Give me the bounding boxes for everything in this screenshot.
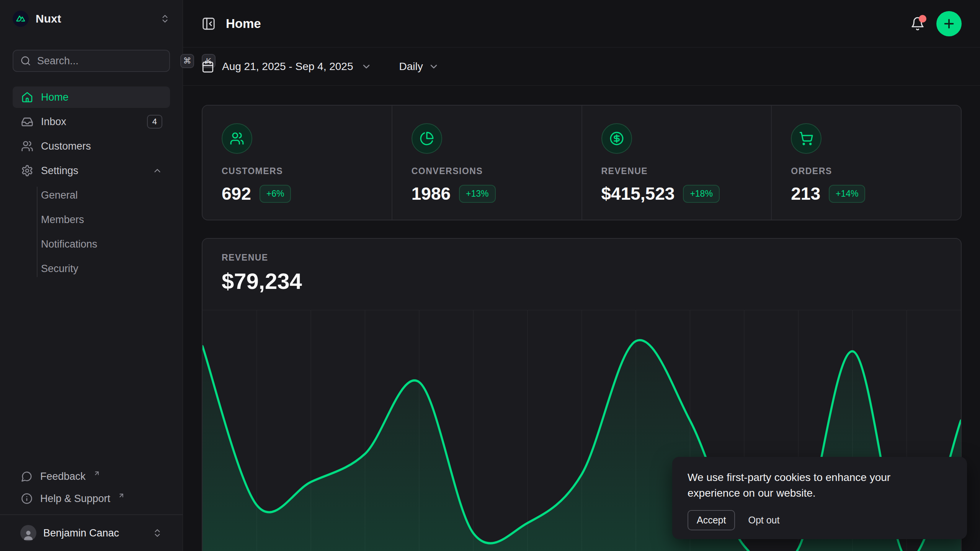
sidebar-item-notifications[interactable]: Notifications — [41, 233, 170, 255]
toolbar: Aug 21, 2025 - Sep 4, 2025 Daily — [183, 47, 980, 86]
sidebar-item-settings[interactable]: Settings — [13, 160, 170, 181]
stat-orders[interactable]: ORDERS 213 +14% — [771, 106, 961, 220]
revenue-label: REVENUE — [222, 253, 961, 263]
stat-revenue[interactable]: REVENUE $415,523 +18% — [581, 106, 771, 220]
circle-dollar-icon — [601, 123, 632, 154]
sidebar-item-label: Settings — [41, 165, 78, 177]
revenue-total: $79,234 — [222, 268, 961, 294]
chevron-down-icon — [428, 61, 439, 72]
stat-label: CUSTOMERS — [222, 166, 392, 176]
chevron-up-icon — [152, 166, 162, 176]
help-support-link[interactable]: Help & Support — [13, 487, 170, 510]
sidebar-spacer — [13, 279, 170, 465]
delta-badge: +14% — [829, 185, 865, 203]
stat-label: CONVERSIONS — [412, 166, 581, 176]
search-field[interactable] — [37, 55, 173, 67]
brand-name: Nuxt — [36, 12, 61, 25]
chevrons-up-down-icon — [152, 528, 162, 538]
avatar — [20, 525, 36, 541]
sidebar-item-customers[interactable]: Customers — [13, 135, 170, 157]
gear-icon — [21, 165, 33, 177]
sidebar-item-label: Customers — [41, 140, 91, 152]
message-bubble-icon — [21, 471, 33, 482]
external-link-icon — [118, 492, 125, 499]
users-icon — [21, 140, 33, 152]
top-navbar: Home — [183, 0, 980, 47]
sidebar-item-label: Home — [41, 91, 69, 103]
delta-badge: +13% — [459, 185, 495, 203]
stat-label: ORDERS — [791, 166, 961, 176]
search-input[interactable]: ⌘ K — [13, 50, 170, 72]
sidebar-nav: Home Inbox 4 Customers Settings — [13, 86, 170, 279]
cookie-message: We use first-party cookies to enhance yo… — [688, 470, 917, 501]
stat-value: 213 — [791, 183, 820, 204]
add-button[interactable] — [936, 11, 962, 36]
date-range-label: Aug 21, 2025 - Sep 4, 2025 — [222, 60, 353, 73]
settings-sub-list: General Members Notifications Security — [13, 184, 170, 279]
sidebar-item-label: Inbox — [41, 116, 66, 128]
stat-value: 1986 — [412, 183, 451, 204]
search-icon — [20, 55, 31, 66]
pie-chart-icon — [412, 123, 442, 154]
date-range-picker[interactable]: Aug 21, 2025 - Sep 4, 2025 — [201, 60, 372, 73]
app-window: Nuxt ⌘ K Home Inb — [0, 0, 980, 551]
calendar-icon — [201, 60, 214, 73]
external-link-icon — [93, 470, 100, 477]
period-label: Daily — [399, 60, 423, 73]
feedback-label: Feedback — [40, 471, 86, 483]
inbox-icon — [21, 116, 33, 128]
sidebar-item-general[interactable]: General — [41, 184, 170, 206]
sidebar-item-members[interactable]: Members — [41, 209, 170, 230]
unread-dot — [919, 15, 926, 23]
sidebar-item-home[interactable]: Home — [13, 86, 170, 108]
collapse-sidebar-icon[interactable] — [201, 16, 216, 31]
sidebar-item-inbox[interactable]: Inbox 4 — [13, 111, 170, 132]
sidebar: Nuxt ⌘ K Home Inb — [0, 0, 183, 551]
cookie-banner: We use first-party cookies to enhance yo… — [672, 457, 967, 539]
info-circle-icon — [21, 493, 33, 504]
stat-value: $415,523 — [601, 183, 675, 204]
delta-badge: +6% — [260, 185, 291, 203]
stat-label: REVENUE — [601, 166, 771, 176]
user-menu[interactable]: Benjamin Canac — [13, 515, 170, 551]
stat-customers[interactable]: CUSTOMERS 692 +6% — [203, 106, 392, 220]
user-name: Benjamin Canac — [43, 527, 119, 539]
inbox-count-badge: 4 — [147, 115, 162, 129]
workspace-selector[interactable]: Nuxt — [13, 10, 170, 28]
page-title: Home — [226, 16, 261, 31]
sidebar-item-security[interactable]: Security — [41, 258, 170, 279]
feedback-link[interactable]: Feedback — [13, 465, 170, 487]
stat-value: 692 — [222, 183, 251, 204]
users-icon — [222, 123, 252, 154]
stats-card: CUSTOMERS 692 +6% CONVERSIONS 1986 +13% — [202, 105, 962, 220]
home-icon — [21, 91, 33, 103]
delta-badge: +18% — [683, 185, 719, 203]
plus-icon — [942, 17, 956, 31]
nuxt-logo-icon — [13, 11, 29, 27]
accept-cookies-button[interactable]: Accept — [688, 510, 735, 530]
stat-conversions[interactable]: CONVERSIONS 1986 +13% — [392, 106, 581, 220]
shopping-cart-icon — [791, 123, 822, 154]
notifications-button[interactable] — [910, 16, 925, 31]
help-support-label: Help & Support — [40, 493, 110, 505]
chevron-down-icon — [361, 61, 372, 72]
period-select[interactable]: Daily — [399, 60, 439, 73]
chevrons-up-down-icon — [160, 14, 170, 24]
optout-cookies-button[interactable]: Opt out — [748, 515, 779, 526]
